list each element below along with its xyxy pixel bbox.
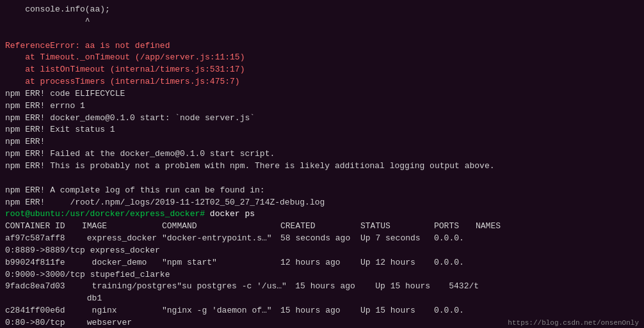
header-ports: PORTS bbox=[434, 221, 476, 233]
terminal: console.info(aa); ^ ReferenceError: aa i… bbox=[0, 0, 644, 328]
row1-names: express_docker bbox=[85, 245, 165, 257]
row4-image: nginx bbox=[82, 305, 162, 317]
row2-status: Up 12 hours bbox=[360, 257, 434, 269]
npm-err-9: npm ERR! /root/.npm/_logs/2019-11-12T02_… bbox=[5, 197, 639, 209]
row2-ports: 0.0.0. bbox=[434, 257, 464, 269]
npm-err-1: npm ERR! code ELIFECYCLE bbox=[5, 88, 639, 100]
prompt-text: root@ubuntu:/usr/dorcker/express_docker# bbox=[5, 209, 205, 219]
command-text: docker ps bbox=[205, 209, 255, 219]
row3-command: "su postgres -c '/us…" bbox=[177, 281, 295, 293]
row2-port-detail: 0:9000->3000/tcp bbox=[5, 269, 85, 281]
ps-row-4: c2841ff00e6d nginx "nginx -g 'daemon of…… bbox=[5, 305, 639, 317]
header-container-id: CONTAINER ID bbox=[5, 221, 82, 233]
error-line-3: at listOnTimeout (internal/timers.js:531… bbox=[5, 64, 639, 76]
code-line-1: console.info(aa); bbox=[5, 4, 639, 16]
ps-row-1: af97c587aff8 express_docker "docker-entr… bbox=[5, 233, 639, 245]
row3-names: db1 bbox=[82, 293, 102, 305]
watermark: https://blog.csdn.net/onsenOnly bbox=[508, 319, 639, 327]
ps-row-1b: 0:8889->8889/tcp express_docker bbox=[5, 245, 639, 257]
row2-container-id: b99024f811fe bbox=[5, 257, 82, 269]
header-names: NAMES bbox=[476, 221, 501, 233]
row3-status: Up 15 hours bbox=[375, 281, 449, 293]
npm-err-7: npm ERR! This is probably not a problem … bbox=[5, 160, 639, 173]
row1-port-detail: 0:8889->8889/tcp bbox=[5, 245, 85, 257]
row1-container-id: af97c587aff8 bbox=[5, 233, 82, 245]
header-image: IMAGE bbox=[82, 221, 162, 233]
row3-created: 15 hours ago bbox=[295, 281, 375, 293]
header-created: CREATED bbox=[280, 221, 360, 233]
blank-1 bbox=[5, 28, 639, 40]
row3-image: training/postgres bbox=[82, 281, 177, 293]
code-line-2: ^ bbox=[5, 16, 639, 28]
row1-status: Up 7 seconds bbox=[360, 233, 434, 245]
row4-ports: 0.0.0. bbox=[434, 305, 464, 317]
npm-err-5: npm ERR! bbox=[5, 136, 639, 148]
row1-ports: 0.0.0. bbox=[434, 233, 464, 245]
error-line-1: ReferenceError: aa is not defined bbox=[5, 40, 639, 52]
row2-image: docker_demo bbox=[82, 257, 162, 269]
ps-row-2b: 0:9000->3000/tcp stupefied_clarke bbox=[5, 269, 639, 281]
ps-row-3: 9fadc8ea7d03 training/postgres "su postg… bbox=[5, 281, 639, 293]
npm-err-3: npm ERR! docker_demo@0.1.0 start: `node … bbox=[5, 113, 639, 125]
row4-names: webserver bbox=[82, 317, 162, 328]
prompt-line-1: root@ubuntu:/usr/dorcker/express_docker#… bbox=[5, 208, 639, 221]
row2-created: 12 hours ago bbox=[280, 257, 360, 269]
ps-row-2: b99024f811fe docker_demo "npm start" 12 … bbox=[5, 257, 639, 269]
row2-command: "npm start" bbox=[162, 257, 280, 269]
header-status: STATUS bbox=[360, 221, 434, 233]
row4-container-id: c2841ff00e6d bbox=[5, 305, 82, 317]
npm-err-4: npm ERR! Exit status 1 bbox=[5, 124, 639, 136]
row4-command: "nginx -g 'daemon of…" bbox=[162, 305, 280, 317]
row1-command: "docker-entrypoint.s…" bbox=[162, 233, 280, 245]
error-line-4: at processTimers (internal/timers.js:475… bbox=[5, 76, 639, 88]
row1-created: 58 seconds ago bbox=[280, 233, 360, 245]
npm-err-2: npm ERR! errno 1 bbox=[5, 100, 639, 113]
row1-image: express_docker bbox=[82, 233, 162, 245]
ps-header-row: CONTAINER ID IMAGE COMMAND CREATED STATU… bbox=[5, 221, 639, 233]
header-command: COMMAND bbox=[162, 221, 280, 233]
npm-err-6: npm ERR! Failed at the docker_demo@0.1.0… bbox=[5, 148, 639, 160]
row4-created: 15 hours ago bbox=[280, 305, 360, 317]
row3-ports: 5432/t bbox=[449, 281, 479, 293]
row2-names: stupefied_clarke bbox=[85, 269, 170, 281]
blank-2 bbox=[5, 173, 639, 185]
npm-err-8: npm ERR! A complete log of this run can … bbox=[5, 185, 639, 197]
row4-status: Up 15 hours bbox=[360, 305, 434, 317]
error-line-2: at Timeout._onTimeout (/app/server.js:11… bbox=[5, 52, 639, 64]
row4-port-detail: 0:80->80/tcp bbox=[5, 317, 82, 328]
row3-container-id: 9fadc8ea7d03 bbox=[5, 281, 82, 293]
ps-row-3b: db1 bbox=[5, 293, 639, 305]
